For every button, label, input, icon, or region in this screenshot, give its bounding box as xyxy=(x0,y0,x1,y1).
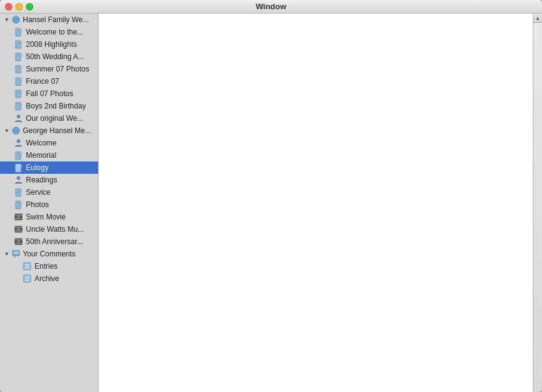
item-label-50th: 50th Wedding A... xyxy=(26,52,84,61)
globe-icon xyxy=(11,15,21,25)
svg-rect-47 xyxy=(20,243,22,244)
tree-group-your-comments: ▼ Your Comments xyxy=(0,248,98,285)
doc-icon-2 xyxy=(14,39,23,49)
film-icon xyxy=(14,212,23,222)
item-label-photos: Photos xyxy=(26,200,49,209)
sidebar-item-summer07[interactable]: Summer 07 Photos xyxy=(0,63,98,75)
person-icon xyxy=(14,113,23,123)
doc-icon-memorial xyxy=(14,150,23,160)
svg-point-21 xyxy=(17,139,20,143)
window-controls xyxy=(5,3,33,10)
svg-rect-44 xyxy=(15,239,17,240)
list-icon xyxy=(22,261,32,271)
svg-point-17 xyxy=(17,115,20,118)
sidebar-item-2008-highlights[interactable]: 2008 Highlights xyxy=(0,38,98,51)
svg-marker-50 xyxy=(14,256,15,258)
person-icon-3 xyxy=(14,175,23,185)
scroll-up-arrow[interactable]: ▲ xyxy=(533,14,543,23)
close-button[interactable] xyxy=(5,3,12,10)
svg-rect-41 xyxy=(20,231,22,232)
window-body: ▼ Hansel Family We... xyxy=(0,14,542,392)
item-label-welcome-the: Welcome to the... xyxy=(26,28,83,36)
item-label-2008: 2008 Highlights xyxy=(26,40,77,49)
doc-icon-photos xyxy=(14,200,23,210)
item-label-service: Service xyxy=(26,188,51,197)
svg-rect-36 xyxy=(17,214,20,219)
disclosure-triangle-hansel: ▼ xyxy=(2,15,11,24)
svg-rect-40 xyxy=(15,231,17,232)
sidebar[interactable]: ▼ Hansel Family We... xyxy=(0,14,99,392)
item-label-50th-anniversary: 50th Anniversar... xyxy=(26,237,83,246)
group-label-george: George Hansel Me... xyxy=(23,126,91,135)
sidebar-group-hansel-family[interactable]: ▼ Hansel Family We... xyxy=(0,14,98,26)
svg-rect-48 xyxy=(17,239,20,244)
item-label-fall07: Fall 07 Photos xyxy=(26,89,73,98)
globe-icon-2 xyxy=(11,126,21,136)
doc-icon xyxy=(14,27,23,37)
tree-group-hansel-family: ▼ Hansel Family We... xyxy=(0,14,98,125)
sidebar-item-welcome-the[interactable]: Welcome to the... xyxy=(0,26,98,38)
item-label-entries: Entries xyxy=(35,262,57,271)
sidebar-item-uncle-watts[interactable]: Uncle Watts Mu... xyxy=(0,223,98,235)
sidebar-item-service[interactable]: Service xyxy=(0,186,98,198)
group-label-hansel-family: Hansel Family We... xyxy=(23,15,89,24)
sidebar-item-welcome[interactable]: Welcome xyxy=(0,137,98,149)
item-label-readings: Readings xyxy=(26,176,57,184)
svg-rect-45 xyxy=(20,239,22,240)
tree-group-george-hansel: ▼ George Hansel Me... xyxy=(0,125,98,248)
svg-rect-32 xyxy=(15,214,17,216)
disclosure-triangle-george: ▼ xyxy=(2,126,11,135)
item-label-france07: France 07 xyxy=(26,77,59,86)
sidebar-item-memorial[interactable]: Memorial xyxy=(0,149,98,161)
doc-icon-eulogy xyxy=(14,163,23,173)
item-label-summer07: Summer 07 Photos xyxy=(26,65,89,73)
sidebar-item-photos[interactable]: Photos xyxy=(0,198,98,211)
sidebar-group-your-comments[interactable]: ▼ Your Comments xyxy=(0,248,98,260)
sidebar-item-boys2nd[interactable]: Boys 2nd Birthday xyxy=(0,100,98,112)
titlebar: Window xyxy=(0,0,542,14)
main-content xyxy=(99,14,533,392)
sidebar-item-swim-movie[interactable]: Swim Movie xyxy=(0,211,98,223)
svg-rect-49 xyxy=(12,250,20,256)
svg-rect-35 xyxy=(20,218,22,219)
sidebar-group-george-hansel[interactable]: ▼ George Hansel Me... xyxy=(0,125,98,137)
svg-point-26 xyxy=(17,176,20,180)
doc-icon-4 xyxy=(14,64,23,74)
right-scrollbar[interactable]: ▲ xyxy=(533,14,542,392)
item-label-boys2nd: Boys 2nd Birthday xyxy=(26,102,86,110)
archive-icon xyxy=(22,274,32,284)
window-title: Window xyxy=(256,2,287,11)
sidebar-item-entries[interactable]: Entries xyxy=(0,260,98,272)
main-window: Window ▼ Hansel Family We... xyxy=(0,0,542,392)
item-label-our-original: Our original We... xyxy=(26,114,83,123)
minimize-button[interactable] xyxy=(15,3,23,10)
sidebar-item-readings[interactable]: Readings xyxy=(0,174,98,186)
svg-rect-46 xyxy=(15,243,17,244)
svg-rect-33 xyxy=(20,214,22,216)
item-label-archive: Archive xyxy=(35,274,59,283)
doc-icon-3 xyxy=(14,52,23,62)
sidebar-item-france07[interactable]: France 07 xyxy=(0,75,98,88)
svg-rect-34 xyxy=(15,218,17,219)
sidebar-item-fall07[interactable]: Fall 07 Photos xyxy=(0,88,98,100)
item-label-swim-movie: Swim Movie xyxy=(26,213,66,221)
film-icon-3 xyxy=(14,237,23,247)
sidebar-item-50th-wedding[interactable]: 50th Wedding A... xyxy=(0,51,98,63)
film-icon-2 xyxy=(14,224,23,234)
group-label-your-comments: Your Comments xyxy=(23,250,76,258)
item-label-eulogy: Eulogy xyxy=(26,163,49,172)
svg-rect-38 xyxy=(15,227,17,228)
sidebar-item-archive[interactable]: Archive xyxy=(0,272,98,285)
svg-rect-39 xyxy=(20,227,22,228)
maximize-button[interactable] xyxy=(26,3,33,10)
item-label-welcome: Welcome xyxy=(26,139,57,147)
sidebar-item-our-original[interactable]: Our original We... xyxy=(0,112,98,125)
comment-icon xyxy=(11,249,21,259)
doc-icon-7 xyxy=(14,101,23,111)
sidebar-item-eulogy[interactable]: Eulogy xyxy=(0,161,98,174)
person-icon-2 xyxy=(14,138,23,148)
doc-icon-5 xyxy=(14,76,23,86)
disclosure-triangle-comments: ▼ xyxy=(2,250,11,258)
svg-rect-42 xyxy=(17,227,20,232)
sidebar-item-50th-anniversary[interactable]: 50th Anniversar... xyxy=(0,235,98,248)
